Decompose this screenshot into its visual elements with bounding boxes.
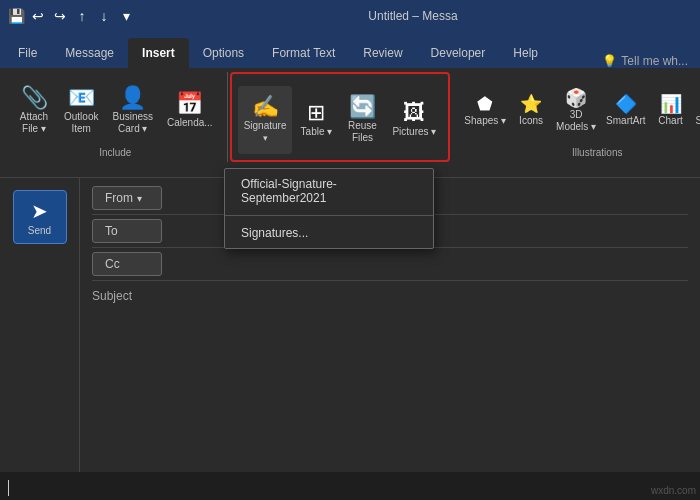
chart-button[interactable]: 📊 Chart (652, 77, 690, 145)
shapes-button[interactable]: ⬟ Shapes ▾ (460, 77, 510, 145)
dropdown-separator (225, 215, 433, 216)
attach-file-label: AttachFile ▾ (20, 111, 48, 135)
ribbon-group-illustrations: ⬟ Shapes ▾ ⭐ Icons 🎲 3DModels ▾ 🔷 SmartA… (452, 72, 700, 162)
business-card-icon: 👤 (119, 87, 146, 109)
include-group-items: 📎 AttachFile ▾ 📧 OutlookItem 👤 BusinessC… (12, 76, 219, 145)
table-button[interactable]: ⊞ Table ▾ (294, 86, 338, 154)
cc-button[interactable]: Cc (92, 252, 162, 276)
business-card-button[interactable]: 👤 BusinessCard ▾ (106, 77, 159, 145)
send-icon: ➤ (31, 199, 48, 223)
redo-icon[interactable]: ↪ (52, 8, 68, 24)
tab-help[interactable]: Help (499, 38, 552, 68)
title-bar: 💾 ↩ ↪ ↑ ↓ ▾ Untitled – Messa (0, 0, 700, 32)
reuse-files-label: ReuseFiles (348, 120, 377, 144)
ribbon-content: 📎 AttachFile ▾ 📧 OutlookItem 👤 BusinessC… (0, 68, 700, 177)
from-chevron-icon: ▾ (137, 193, 142, 204)
subject-row: Subject (92, 285, 688, 303)
reuse-files-icon: 🔄 (349, 96, 376, 118)
outlook-item-button[interactable]: 📧 OutlookItem (58, 77, 104, 145)
table-label: Table ▾ (301, 126, 333, 138)
compose-area[interactable] (0, 472, 700, 500)
cursor-caret (8, 480, 9, 496)
include-group-label: Include (99, 147, 131, 158)
subject-label: Subject (92, 289, 162, 303)
customize-icon[interactable]: ▾ (118, 8, 134, 24)
tab-message[interactable]: Message (51, 38, 128, 68)
send-panel: ➤ Send (0, 178, 80, 472)
chart-icon: 📊 (660, 95, 682, 113)
icons-icon: ⭐ (520, 95, 542, 113)
tab-format-text[interactable]: Format Text (258, 38, 349, 68)
save-icon[interactable]: 💾 (8, 8, 24, 24)
screenshot-button[interactable]: 🖥 Scree... (692, 77, 700, 145)
tab-insert[interactable]: Insert (128, 38, 189, 68)
reuse-files-button[interactable]: 🔄 ReuseFiles (340, 86, 384, 154)
to-label: To (105, 224, 118, 238)
dropdown-official-sig[interactable]: Official-Signature-September2021 (225, 169, 433, 213)
calendar-button[interactable]: 📅 Calenda... (161, 77, 219, 145)
shapes-label: Shapes ▾ (464, 115, 506, 127)
from-button[interactable]: From ▾ (92, 186, 162, 210)
signature-dropdown: Official-Signature-September2021 Signatu… (224, 168, 434, 249)
window-title: Untitled – Messa (368, 9, 457, 23)
tab-review[interactable]: Review (349, 38, 416, 68)
illustrations-group-label: Illustrations (572, 147, 623, 158)
upload-icon[interactable]: ↑ (74, 8, 90, 24)
table-icon: ⊞ (307, 102, 325, 124)
attach-file-icon: 📎 (21, 87, 48, 109)
tab-file[interactable]: File (4, 38, 51, 68)
tab-options[interactable]: Options (189, 38, 258, 68)
cc-label: Cc (105, 257, 120, 271)
pictures-button[interactable]: 🖼 Pictures ▾ (386, 86, 442, 154)
smartart-icon: 🔷 (615, 95, 637, 113)
illustrations-group-items: ⬟ Shapes ▾ ⭐ Icons 🎲 3DModels ▾ 🔷 SmartA… (460, 76, 700, 145)
from-label: From (105, 191, 133, 205)
icons-label: Icons (519, 115, 543, 127)
smartart-label: SmartArt (606, 115, 645, 127)
calendar-label: Calenda... (167, 117, 213, 129)
tab-bar: File Message Insert Options Format Text … (0, 32, 700, 68)
screenshot-label: Scree... (696, 115, 700, 127)
signature-label: Signature▾ (244, 120, 287, 144)
ribbon-group-include: 📎 AttachFile ▾ 📧 OutlookItem 👤 BusinessC… (4, 72, 228, 162)
pictures-icon: 🖼 (403, 102, 425, 124)
lightbulb-icon: 💡 (602, 54, 617, 68)
outlook-item-label: OutlookItem (64, 111, 98, 135)
cc-field-row: Cc (92, 252, 688, 281)
signature-button[interactable]: ✍ Signature▾ (238, 86, 293, 154)
ribbon-group-signature: ✍ Signature▾ ⊞ Table ▾ 🔄 ReuseFiles 🖼 Pi… (230, 72, 451, 162)
dropdown-signatures-mgr[interactable]: Signatures... (225, 218, 433, 248)
download-icon[interactable]: ↓ (96, 8, 112, 24)
3d-models-button[interactable]: 🎲 3DModels ▾ (552, 77, 600, 145)
outlook-item-icon: 📧 (68, 87, 95, 109)
tab-developer[interactable]: Developer (417, 38, 500, 68)
signature-icon: ✍ (252, 96, 279, 118)
chart-label: Chart (658, 115, 682, 127)
shapes-icon: ⬟ (477, 95, 493, 113)
to-button[interactable]: To (92, 219, 162, 243)
watermark: wxdn.com (651, 485, 696, 496)
ribbon: 📎 AttachFile ▾ 📧 OutlookItem 👤 BusinessC… (0, 68, 700, 178)
attach-file-button[interactable]: 📎 AttachFile ▾ (12, 77, 56, 145)
3d-models-label: 3DModels ▾ (556, 109, 596, 133)
sig-group-items: ✍ Signature▾ ⊞ Table ▾ 🔄 ReuseFiles 🖼 Pi… (238, 78, 443, 154)
business-card-label: BusinessCard ▾ (112, 111, 153, 135)
send-label: Send (28, 225, 51, 236)
calendar-icon: 📅 (176, 93, 203, 115)
pictures-label: Pictures ▾ (392, 126, 436, 138)
undo-icon[interactable]: ↩ (30, 8, 46, 24)
3d-models-icon: 🎲 (565, 89, 587, 107)
icons-button[interactable]: ⭐ Icons (512, 77, 550, 145)
smartart-button[interactable]: 🔷 SmartArt (602, 77, 649, 145)
send-button[interactable]: ➤ Send (13, 190, 67, 244)
title-bar-left: 💾 ↩ ↪ ↑ ↓ ▾ (8, 8, 134, 24)
tell-me-label[interactable]: Tell me wh... (621, 54, 688, 68)
